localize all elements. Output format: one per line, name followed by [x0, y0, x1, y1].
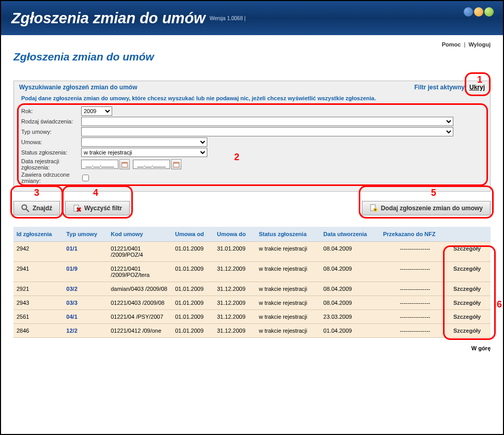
typ-link[interactable]: 01/1	[66, 245, 77, 252]
header-bar: Zgłoszenia zmian do umów Wersja 1.0068 |	[1, 1, 503, 35]
col-do[interactable]: Umowa do	[214, 227, 256, 242]
status-select[interactable]: w trakcie rejestracji	[81, 148, 207, 157]
cell-status: w trakcie rejestracji	[256, 282, 320, 296]
cell-do: 31.12.2009	[214, 310, 256, 324]
cell-od: 01.01.2009	[172, 296, 214, 310]
col-status[interactable]: Status zgłoszenia	[256, 227, 320, 242]
label-status: Status zgłoszenia:	[21, 149, 81, 156]
app-title: Zgłoszenia zmian do umów	[11, 10, 205, 27]
cell-do: 31.12.2009	[214, 324, 256, 338]
cell-kod: 01221/0401 /2009/POZ/4	[108, 242, 172, 262]
label-rodzaj: Rodzaj świadczenia:	[21, 118, 81, 125]
cell-od: 01.01.2009	[172, 282, 214, 296]
cell-nfz: ----------------	[380, 324, 450, 338]
year-select[interactable]: 2009	[81, 106, 112, 116]
date-from-input[interactable]	[81, 160, 118, 169]
svg-rect-3	[174, 162, 179, 163]
cell-do: 31.12.2009	[214, 282, 256, 296]
clear-icon	[73, 204, 81, 212]
clear-filter-button[interactable]: Wyczyść filtr	[65, 201, 130, 215]
date-to-input[interactable]	[133, 160, 170, 169]
results-table: Id zgłoszenia Typ umowy Kod umowy Umowa …	[13, 227, 491, 338]
page-title: Zgłoszenia zmian do umów	[13, 51, 491, 63]
cell-id: 2943	[13, 296, 63, 310]
search-instruction: Podaj dane zgłoszenia zmian do umowy, kt…	[21, 95, 485, 101]
search-panel: Wyszukiwanie zgłoszeń zmian do umów Filt…	[13, 81, 491, 192]
rodzaj-select[interactable]	[81, 117, 453, 126]
typ-link[interactable]: 12/2	[66, 328, 77, 334]
label-umowa: Umowa:	[21, 139, 81, 145]
cell-data: 08.04.2009	[320, 262, 380, 282]
col-details	[450, 227, 491, 242]
cell-status: w trakcie rejestracji	[256, 242, 320, 262]
header-logo	[464, 7, 494, 17]
details-link[interactable]: Szczegóły	[453, 286, 481, 292]
cell-do: 31.12.2009	[214, 262, 256, 282]
cell-data: 23.03.2009	[320, 310, 380, 324]
col-kod[interactable]: Kod umowy	[108, 227, 172, 242]
logo-dot-orange	[474, 7, 483, 17]
hide-panel-link[interactable]: Ukryj	[469, 84, 485, 91]
zawiera-checkbox[interactable]	[82, 175, 89, 181]
cell-kod: 01221/0412 /09/one	[108, 324, 172, 338]
cell-nfz: ----------------	[380, 296, 450, 310]
calendar-icon	[121, 161, 128, 167]
cell-do: 31.12.2009	[214, 296, 256, 310]
svg-point-4	[22, 205, 27, 210]
cell-nfz: ----------------	[380, 262, 450, 282]
cell-kod: 01221/04 /PSY/2007	[108, 310, 172, 324]
search-icon	[21, 204, 29, 212]
logout-link[interactable]: Wyloguj	[468, 41, 491, 48]
date-from-picker[interactable]	[119, 159, 130, 169]
table-row: 294201/101221/0401 /2009/POZ/401.01.2009…	[13, 242, 491, 262]
umowa-select[interactable]	[81, 137, 207, 147]
details-link[interactable]: Szczegóły	[453, 328, 481, 334]
cell-kod: 01221/0401 /2009/POZ/tera	[108, 262, 172, 282]
cell-status: w trakcie rejestracji	[256, 310, 320, 324]
details-link[interactable]: Szczegóły	[453, 245, 481, 252]
add-icon	[370, 204, 378, 212]
cell-id: 2846	[13, 324, 63, 338]
go-up-link[interactable]: W górę	[13, 345, 491, 351]
typ-link[interactable]: 04/1	[66, 314, 77, 320]
cell-od: 01.01.2009	[172, 310, 214, 324]
col-typ[interactable]: Typ umowy	[63, 227, 108, 242]
cell-data: 08.04.2009	[320, 296, 380, 310]
typ-link[interactable]: 03/3	[66, 300, 77, 306]
find-button[interactable]: Znajdź	[13, 201, 60, 215]
col-nfz[interactable]: Przekazano do NFZ	[380, 227, 450, 242]
cell-do: 31.01.2009	[214, 242, 256, 262]
table-row: 292103/2damian/0403 /2009/0801.01.200931…	[13, 282, 491, 296]
cell-status: w trakcie rejestracji	[256, 262, 320, 282]
col-id[interactable]: Id zgłoszenia	[13, 227, 63, 242]
label-zawiera: Zawiera odrzucone zmiany:	[21, 172, 81, 184]
date-to-picker[interactable]	[171, 159, 181, 169]
table-row: 284612/201221/0412 /09/one01.01.200931.1…	[13, 324, 491, 338]
details-link[interactable]: Szczegóły	[453, 266, 481, 272]
search-panel-title: Wyszukiwanie zgłoszeń zmian do umów	[19, 84, 137, 91]
top-links: Pomoc | Wyloguj	[13, 41, 491, 48]
svg-rect-1	[122, 162, 128, 163]
details-link[interactable]: Szczegóły	[453, 300, 481, 306]
label-rok: Rok:	[21, 108, 81, 114]
details-link[interactable]: Szczegóły	[453, 314, 481, 320]
cell-data: 01.04.2009	[320, 324, 380, 338]
cell-kod: damian/0403 /2009/08	[108, 282, 172, 296]
cell-data: 08.04.2009	[320, 282, 380, 296]
label-typ: Typ umowy:	[21, 129, 81, 135]
col-od[interactable]: Umowa od	[172, 227, 214, 242]
svg-line-5	[26, 209, 29, 212]
add-request-button[interactable]: Dodaj zgłoszenie zmian do umowy	[362, 201, 491, 215]
typ-link[interactable]: 01/9	[66, 266, 77, 272]
col-data[interactable]: Data utworzenia	[320, 227, 380, 242]
cell-kod: 01221/0403 /2009/08	[108, 296, 172, 310]
cell-od: 01.01.2009	[172, 262, 214, 282]
logo-dot-green	[484, 7, 494, 17]
cell-status: w trakcie rejestracji	[256, 296, 320, 310]
logo-dot-blue	[464, 7, 473, 17]
table-row: 294101/901221/0401 /2009/POZ/tera01.01.2…	[13, 262, 491, 282]
filter-active-label: Filtr jest aktywny	[415, 84, 465, 91]
typ-link[interactable]: 03/2	[66, 286, 77, 292]
typ-select[interactable]	[81, 127, 453, 136]
help-link[interactable]: Pomoc	[442, 41, 461, 48]
